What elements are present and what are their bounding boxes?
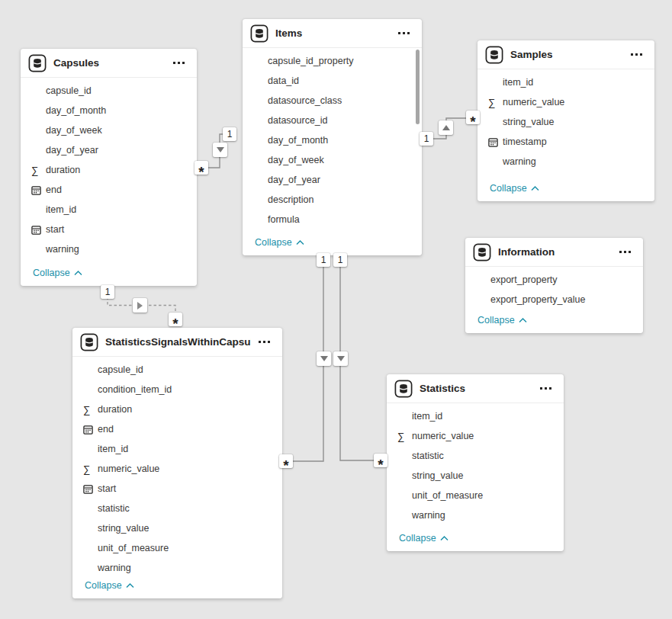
- collapse-link[interactable]: Collapse: [243, 237, 422, 255]
- relationship-arrow-right-icon[interactable]: [133, 298, 147, 313]
- field-row[interactable]: start: [72, 479, 282, 499]
- chevron-up-icon: [440, 536, 449, 541]
- field-row[interactable]: description: [243, 190, 422, 210]
- table-header[interactable]: Information: [465, 238, 643, 267]
- table-card-statistics[interactable]: Statisticsitem_id∑numeric_valuestatistic…: [387, 374, 564, 551]
- field-row[interactable]: start: [21, 220, 197, 239]
- table-card-capsules[interactable]: Capsulescapsule_idday_of_monthday_of_wee…: [21, 49, 197, 286]
- field-row[interactable]: datasource_class: [243, 91, 422, 111]
- field-row[interactable]: day_of_year: [21, 140, 197, 160]
- model-view-canvas[interactable]: Capsulescapsule_idday_of_monthday_of_wee…: [0, 0, 672, 619]
- field-row[interactable]: end: [72, 419, 282, 439]
- field-row[interactable]: capsule_id_property: [243, 51, 422, 71]
- field-row[interactable]: datasource_id: [243, 111, 422, 130]
- collapse-link[interactable]: Collapse: [465, 315, 643, 333]
- collapse-link[interactable]: Collapse: [21, 268, 197, 286]
- field-row[interactable]: export_property: [465, 270, 643, 290]
- field-name: timestamp: [503, 136, 547, 147]
- field-row[interactable]: day_of_year: [243, 170, 422, 190]
- field-row[interactable]: timestamp: [477, 132, 654, 152]
- table-card-statisticssignalswithincapsules[interactable]: StatisticsSignalsWithinCapsulescapsule_i…: [72, 328, 282, 598]
- collapse-link[interactable]: Collapse: [387, 533, 564, 551]
- field-row[interactable]: export_property_value: [465, 290, 643, 310]
- field-row[interactable]: ∑numeric_value: [477, 92, 654, 112]
- field-row[interactable]: end: [21, 180, 197, 200]
- field-name: condition_item_id: [98, 384, 172, 395]
- more-options-icon[interactable]: [619, 248, 631, 256]
- table-header[interactable]: StatisticsSignalsWithinCapsules: [72, 328, 282, 357]
- more-options-icon[interactable]: [173, 59, 185, 67]
- field-row[interactable]: statistic: [72, 499, 282, 518]
- table-card-items[interactable]: Itemscapsule_id_propertydata_iddatasourc…: [243, 19, 422, 255]
- field-row[interactable]: day_of_week: [243, 150, 422, 170]
- collapse-link[interactable]: Collapse: [477, 183, 654, 201]
- field-name: item_id: [503, 77, 533, 88]
- field-row[interactable]: string_value: [72, 518, 282, 538]
- more-options-icon[interactable]: [540, 384, 551, 393]
- sigma-icon: ∑: [83, 404, 98, 415]
- field-name: statistic: [412, 451, 444, 461]
- field-row[interactable]: unit_of_measure: [72, 538, 282, 558]
- field-row[interactable]: warning: [21, 239, 197, 259]
- field-name: warning: [412, 510, 445, 521]
- field-row[interactable]: warning: [477, 152, 654, 172]
- triangle-down-icon: [337, 356, 345, 361]
- field-row[interactable]: ∑duration: [21, 160, 197, 180]
- field-row[interactable]: item_id: [21, 200, 197, 220]
- field-row[interactable]: warning: [72, 558, 282, 578]
- field-name: item_id: [46, 204, 76, 215]
- table-card-information[interactable]: Informationexport_propertyexport_propert…: [465, 238, 643, 333]
- field-name: duration: [46, 165, 80, 175]
- field-row[interactable]: formula: [243, 210, 422, 229]
- cardinality-badge-one: 1: [317, 253, 330, 267]
- relationship-arrow-down-icon[interactable]: [317, 351, 331, 366]
- table-header[interactable]: Capsules: [21, 49, 197, 78]
- field-row[interactable]: unit_of_measure: [387, 486, 564, 505]
- field-row[interactable]: item_id: [387, 406, 564, 426]
- field-row[interactable]: condition_item_id: [72, 380, 282, 399]
- field-row[interactable]: statistic: [387, 446, 564, 466]
- table-header[interactable]: Statistics: [387, 374, 564, 403]
- field-row[interactable]: capsule_id: [72, 360, 282, 380]
- collapse-label: Collapse: [255, 237, 292, 248]
- table-title: Capsules: [53, 57, 166, 69]
- relationship-arrow-up-icon[interactable]: [439, 120, 453, 135]
- scrollbar-thumb[interactable]: [416, 50, 420, 124]
- field-row[interactable]: warning: [387, 505, 564, 525]
- field-row[interactable]: string_value: [387, 466, 564, 486]
- collapse-label: Collapse: [490, 183, 527, 194]
- relationship-arrow-down-icon[interactable]: [333, 351, 348, 366]
- field-row[interactable]: ∑numeric_value: [72, 459, 282, 479]
- triangle-down-icon: [320, 356, 328, 361]
- field-name: formula: [268, 214, 300, 225]
- more-options-icon[interactable]: [631, 50, 642, 59]
- table-card-samples[interactable]: Samplesitem_id∑numeric_valuestring_value…: [477, 40, 654, 201]
- table-header[interactable]: Samples: [477, 40, 654, 69]
- table-title: Items: [275, 27, 391, 39]
- field-row[interactable]: day_of_week: [21, 120, 197, 140]
- field-name: unit_of_measure: [412, 490, 483, 501]
- field-row[interactable]: ∑numeric_value: [387, 426, 564, 446]
- field-name: day_of_week: [268, 155, 324, 165]
- table-icon: [250, 24, 268, 43]
- more-options-icon[interactable]: [259, 338, 270, 346]
- field-row[interactable]: day_of_month: [243, 130, 422, 150]
- field-row[interactable]: data_id: [243, 71, 422, 91]
- field-name: string_value: [98, 523, 149, 534]
- field-row[interactable]: ∑duration: [72, 399, 282, 419]
- table-title: Information: [498, 246, 612, 258]
- table-title: StatisticsSignalsWithinCapsules: [105, 336, 251, 348]
- field-row[interactable]: string_value: [477, 112, 654, 132]
- field-row[interactable]: item_id: [477, 72, 654, 92]
- table-icon: [485, 46, 503, 64]
- table-header[interactable]: Items: [243, 19, 422, 48]
- field-row[interactable]: capsule_id: [21, 81, 197, 101]
- field-name: numeric_value: [503, 97, 564, 107]
- collapse-link[interactable]: Collapse: [72, 580, 282, 598]
- field-row[interactable]: day_of_month: [21, 101, 197, 120]
- field-name: datasource_id: [268, 115, 328, 126]
- relationship-arrow-down-icon[interactable]: [213, 143, 227, 157]
- more-options-icon[interactable]: [398, 29, 410, 37]
- field-row[interactable]: item_id: [72, 439, 282, 459]
- triangle-up-icon: [442, 125, 450, 130]
